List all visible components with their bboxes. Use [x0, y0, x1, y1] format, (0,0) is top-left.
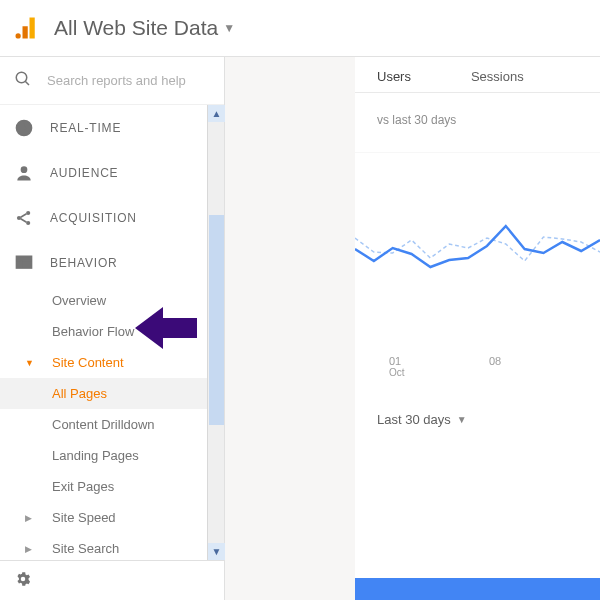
nav-label: ACQUISITION — [50, 211, 137, 225]
caret-down-icon: ▼ — [25, 358, 34, 368]
search-row[interactable] — [0, 57, 224, 105]
sub-content-drilldown[interactable]: Content Drilldown — [0, 409, 207, 440]
axis-tick: 01 Oct — [389, 355, 489, 378]
axis-tick: 08 — [489, 355, 589, 378]
ga-logo — [12, 14, 40, 42]
gear-icon — [14, 570, 32, 591]
scroll-up-icon[interactable]: ▲ — [208, 105, 225, 122]
nav-label: BEHAVIOR — [50, 256, 118, 270]
tab-sessions[interactable]: Sessions — [471, 69, 524, 92]
sub-exit-pages[interactable]: Exit Pages — [0, 471, 207, 502]
nav-realtime[interactable]: REAL-TIME — [0, 105, 207, 150]
view-title: All Web Site Data — [54, 16, 218, 40]
chevron-down-icon: ▼ — [457, 414, 467, 425]
view-selector[interactable]: All Web Site Data ▼ — [54, 16, 235, 40]
search-input[interactable] — [47, 73, 215, 88]
content-gap — [225, 57, 355, 600]
annotation-arrow — [135, 305, 197, 354]
date-range-selector[interactable]: Last 30 days ▼ — [355, 392, 600, 427]
primary-action-button[interactable] — [355, 578, 600, 600]
svg-point-1 — [16, 72, 27, 83]
content-panel: Users Sessions vs last 30 days 01 Oct 08 — [355, 57, 600, 600]
nav-audience[interactable]: AUDIENCE — [0, 150, 207, 195]
comparison-label: vs last 30 days — [355, 93, 600, 127]
clock-icon — [13, 118, 35, 138]
search-icon — [14, 70, 32, 91]
users-chart: 01 Oct 08 — [355, 152, 600, 392]
behavior-icon — [13, 253, 35, 273]
caret-right-icon: ▶ — [25, 544, 32, 554]
nav-acquisition[interactable]: ACQUISITION — [0, 195, 207, 240]
x-axis: 01 Oct 08 — [355, 355, 600, 378]
svg-point-4 — [21, 166, 28, 173]
nav-scrollbar[interactable]: ▲ ▼ — [207, 105, 224, 560]
sub-site-search[interactable]: ▶ Site Search — [0, 533, 207, 560]
nav-label: AUDIENCE — [50, 166, 118, 180]
svg-rect-8 — [17, 256, 32, 268]
sub-all-pages[interactable]: All Pages — [0, 378, 207, 409]
scroll-thumb[interactable] — [209, 215, 224, 425]
caret-right-icon: ▶ — [25, 513, 32, 523]
svg-line-2 — [25, 81, 29, 85]
chart-line-current — [355, 226, 600, 267]
scroll-down-icon[interactable]: ▼ — [208, 543, 225, 560]
sub-site-speed[interactable]: ▶ Site Speed — [0, 502, 207, 533]
nav-label: REAL-TIME — [50, 121, 121, 135]
admin-bar[interactable] — [0, 560, 224, 600]
sub-landing-pages[interactable]: Landing Pages — [0, 440, 207, 471]
person-icon — [13, 163, 35, 183]
svg-point-0 — [16, 33, 21, 38]
share-icon — [13, 208, 35, 228]
chevron-down-icon: ▼ — [223, 21, 235, 35]
tab-users[interactable]: Users — [377, 69, 411, 92]
nav-behavior[interactable]: BEHAVIOR — [0, 240, 207, 285]
header: All Web Site Data ▼ — [0, 0, 600, 57]
